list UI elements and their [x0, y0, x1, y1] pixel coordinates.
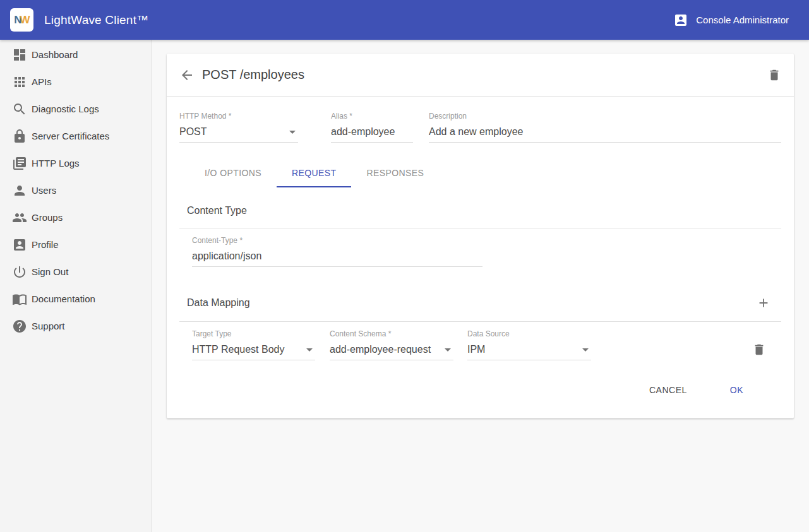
sidebar-nav: Dashboard APIs Diagnostic Logs Server Ce…: [0, 40, 152, 532]
tab-label: I/O OPTIONS: [205, 168, 261, 178]
tab-responses[interactable]: RESPONSES: [351, 159, 439, 187]
endpoint-form-row: HTTP Method * POST Alias * add-employee: [179, 112, 781, 143]
user-menu[interactable]: Console Administrator: [673, 13, 809, 28]
ok-button[interactable]: OK: [720, 379, 753, 401]
apps-grid-icon: [12, 74, 27, 90]
account-box-icon: [673, 13, 688, 28]
content-schema-label: Content Schema *: [330, 329, 453, 338]
user-name: Console Administrator: [696, 15, 789, 25]
target-type-label: Target Type: [192, 329, 315, 338]
open-book-icon: [12, 292, 27, 307]
description-label: Description: [429, 112, 781, 121]
dashboard-icon: [12, 47, 27, 62]
sidebar-item-label: Server Certificates: [32, 131, 109, 141]
sidebar-item-http-logs[interactable]: HTTP Logs: [0, 150, 151, 177]
add-mapping-icon[interactable]: [757, 296, 770, 310]
app-title: LightWave Client™: [44, 13, 148, 27]
section-divider: [179, 321, 781, 322]
delete-endpoint-icon[interactable]: [767, 68, 781, 82]
sidebar-item-label: Users: [32, 185, 56, 196]
brand-logo: NW: [10, 8, 33, 32]
alias-field[interactable]: Alias * add-employee: [331, 112, 413, 143]
sidebar-item-label: HTTP Logs: [32, 158, 80, 168]
description-value: Add a new employee: [429, 126, 523, 138]
endpoint-card: POST /employees HTTP Method * POST: [167, 54, 794, 418]
main-content: POST /employees HTTP Method * POST: [152, 40, 809, 532]
chevron-down-icon: [289, 131, 296, 134]
content-schema-select[interactable]: Content Schema * add-employee-request: [330, 329, 453, 360]
tab-label: REQUEST: [292, 168, 336, 178]
app-bar: NW LightWave Client™ Console Administrat…: [0, 0, 809, 40]
http-method-label: HTTP Method *: [179, 112, 298, 121]
back-arrow-icon[interactable]: [179, 68, 195, 83]
content-type-value: application/json: [192, 251, 261, 262]
content-type-field[interactable]: Content-Type * application/json: [192, 236, 482, 267]
sidebar-item-support[interactable]: Support: [0, 312, 151, 340]
sidebar-item-sign-out[interactable]: Sign Out: [0, 258, 151, 285]
http-method-select[interactable]: HTTP Method * POST: [179, 112, 298, 143]
card-header: POST /employees: [167, 54, 794, 96]
logs-icon: [12, 156, 27, 171]
sidebar-item-users[interactable]: Users: [0, 177, 151, 204]
sidebar-item-profile[interactable]: Profile: [0, 231, 151, 258]
chevron-down-icon: [445, 348, 451, 352]
data-source-value: IPM: [467, 344, 485, 355]
person-icon: [12, 183, 27, 198]
section-divider: [179, 228, 781, 228]
data-source-label: Data Source: [467, 329, 591, 338]
sidebar-item-dashboard[interactable]: Dashboard: [0, 41, 151, 68]
sidebar-item-label: Dashboard: [32, 49, 78, 60]
sidebar-item-label: Documentation: [32, 293, 95, 304]
form-actions: CANCEL OK: [179, 379, 781, 418]
chevron-down-icon: [582, 348, 589, 352]
page-title: POST /employees: [202, 68, 304, 82]
people-icon: [12, 210, 27, 225]
content-type-heading: Content Type: [187, 205, 247, 216]
cancel-button[interactable]: CANCEL: [639, 379, 697, 401]
tab-bar: I/O OPTIONS REQUEST RESPONSES: [189, 159, 781, 187]
help-icon: [12, 319, 27, 334]
sidebar-item-groups[interactable]: Groups: [0, 204, 151, 231]
content-type-section-header: Content Type: [187, 205, 781, 216]
tab-io-options[interactable]: I/O OPTIONS: [189, 159, 277, 187]
account-box-icon: [12, 237, 27, 252]
delete-mapping-icon[interactable]: [752, 343, 766, 357]
sidebar-item-label: Profile: [32, 239, 59, 250]
target-type-value: HTTP Request Body: [192, 344, 284, 355]
search-icon: [12, 102, 27, 117]
data-mapping-heading: Data Mapping: [187, 297, 250, 309]
tab-request[interactable]: REQUEST: [277, 159, 351, 187]
content-schema-value: add-employee-request: [330, 344, 431, 355]
logo-letter-w: W: [20, 14, 30, 27]
sidebar-item-label: Groups: [32, 212, 63, 223]
sidebar-item-label: Sign Out: [32, 266, 68, 277]
tab-label: RESPONSES: [366, 168, 424, 178]
chevron-down-icon: [306, 348, 313, 352]
data-source-select[interactable]: Data Source IPM: [467, 329, 591, 360]
power-icon: [12, 264, 27, 280]
data-mapping-row: Target Type HTTP Request Body Content Sc…: [192, 329, 781, 360]
sidebar-item-apis[interactable]: APIs: [0, 68, 151, 95]
alias-label: Alias *: [331, 112, 413, 121]
target-type-select[interactable]: Target Type HTTP Request Body: [192, 329, 315, 360]
sidebar-item-diagnostic-logs[interactable]: Diagnostic Logs: [0, 95, 151, 122]
sidebar-item-label: Diagnostic Logs: [32, 103, 99, 114]
alias-value: add-employee: [331, 126, 395, 138]
content-type-label: Content-Type *: [192, 236, 482, 245]
http-method-value: POST: [179, 126, 207, 138]
lock-icon: [12, 129, 27, 144]
sidebar-item-label: APIs: [32, 76, 52, 87]
data-mapping-section-header: Data Mapping: [187, 296, 781, 310]
description-field[interactable]: Description Add a new employee: [429, 112, 781, 143]
sidebar-item-documentation[interactable]: Documentation: [0, 285, 151, 312]
app-window: NW LightWave Client™ Console Administrat…: [0, 0, 809, 532]
sidebar-item-server-certificates[interactable]: Server Certificates: [0, 122, 151, 150]
sidebar-item-label: Support: [32, 321, 65, 331]
